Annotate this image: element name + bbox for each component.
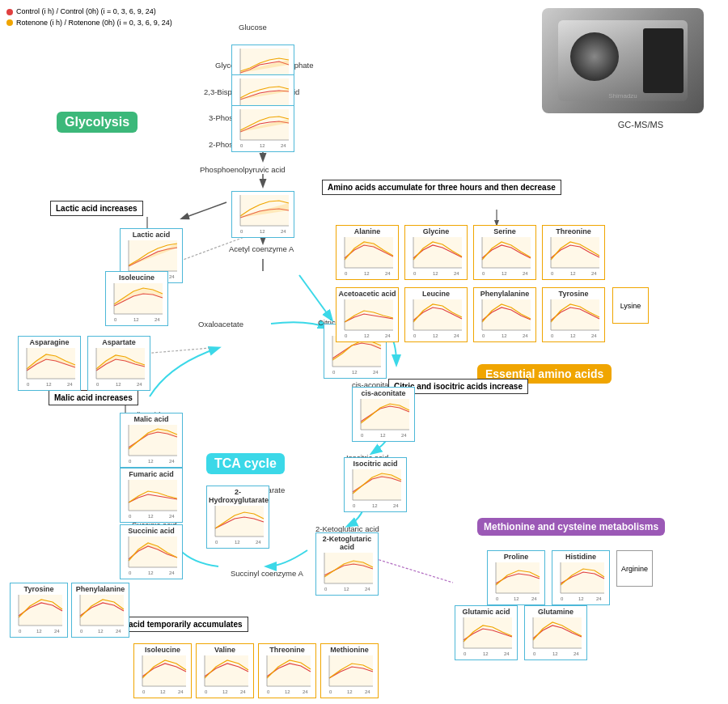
svg-rect-94 — [324, 553, 373, 583]
svg-text:12: 12 — [570, 333, 576, 338]
svg-line-6 — [182, 202, 226, 218]
chart-hydroxyglutarate: 2-Hydroxyglutarate 0 12 24 — [206, 486, 269, 549]
annotation-lactic-acid: Lactic acid increases — [50, 201, 143, 216]
isoleucine-bottom-title: Isoleucine — [136, 646, 189, 654]
svg-text:12: 12 — [347, 689, 353, 694]
lysine-box: Lysine — [612, 287, 649, 324]
acetyl-coa-label: Acetyl coenzyme A — [229, 244, 294, 253]
svg-text:24: 24 — [365, 587, 370, 592]
svg-text:12: 12 — [364, 333, 370, 338]
svg-text:24: 24 — [591, 333, 597, 338]
threonine-bottom-title: Threonine — [260, 646, 314, 654]
asparagine-title: Asparagine — [20, 338, 78, 346]
chart-isoleucine-bottom: Isoleucine 0 12 24 — [133, 643, 192, 698]
aspartate-title: Aspartate — [90, 338, 148, 346]
svg-text:0: 0 — [345, 333, 348, 338]
svg-rect-52 — [114, 283, 163, 314]
svg-rect-182 — [80, 595, 124, 626]
chart-isoleucine-top: Isoleucine 0 12 24 — [105, 271, 168, 326]
svg-rect-188 — [142, 655, 186, 686]
svg-text:24: 24 — [574, 651, 579, 656]
svg-text:0: 0 — [114, 317, 117, 322]
svg-text:12: 12 — [36, 629, 42, 634]
svg-text:0: 0 — [496, 596, 499, 601]
chart-threonine-top: Threonine 0 12 24 — [542, 225, 605, 280]
svg-text:0: 0 — [551, 333, 554, 338]
svg-text:24: 24 — [67, 382, 73, 387]
chart-cis-aconitate: cis-aconitate 0 12 24 — [352, 387, 415, 442]
svg-text:0: 0 — [533, 651, 536, 656]
lactic-acid-title: Lactic acid — [122, 231, 180, 239]
svg-text:0: 0 — [361, 433, 364, 438]
gcmsms-label: GC-MS/MS — [618, 120, 663, 129]
chart-glutamic-acid: Glutamic acid 0 12 24 — [455, 605, 518, 660]
tyrosine-top-title: Tyrosine — [544, 290, 603, 298]
glutamine-title: Glutamine — [527, 608, 585, 616]
chart-methionine: Methionine 0 12 24 — [320, 643, 379, 698]
svg-text:12: 12 — [364, 271, 370, 276]
svg-text:0: 0 — [482, 333, 485, 338]
svg-text:12: 12 — [222, 689, 228, 694]
svg-text:24: 24 — [178, 689, 184, 694]
svg-text:24: 24 — [169, 274, 175, 279]
chart-isocitric: Isocitric acid 0 12 24 — [344, 457, 407, 512]
svg-text:24: 24 — [154, 317, 160, 322]
svg-text:12: 12 — [344, 587, 349, 592]
chart-phenylalanine-top: Phenylalanine 0 12 24 — [473, 287, 536, 342]
svg-text:24: 24 — [454, 271, 459, 276]
svg-text:12: 12 — [514, 596, 519, 601]
svg-text:0: 0 — [129, 514, 132, 519]
phosphoenolpyruvic-label: Phosphoenolpyruvic acid — [200, 165, 286, 174]
histidine-title: Histidine — [554, 553, 607, 561]
svg-text:12: 12 — [372, 503, 378, 508]
svg-text:0: 0 — [332, 370, 336, 375]
chart-alanine: Alanine 0 12 24 — [336, 225, 399, 280]
svg-text:0: 0 — [19, 629, 22, 634]
svg-text:12: 12 — [380, 433, 386, 438]
chart-acetoacetic: Acetoacetic acid 0 12 24 — [336, 287, 399, 342]
svg-text:24: 24 — [240, 689, 246, 694]
svg-rect-200 — [267, 655, 311, 686]
svg-text:12: 12 — [46, 382, 52, 387]
chart-glutamine: Glutamine 0 12 24 — [524, 605, 587, 660]
svg-text:24: 24 — [169, 514, 175, 519]
svg-text:0: 0 — [240, 229, 243, 234]
svg-text:0: 0 — [482, 271, 485, 276]
chart-fumaric: Fumaric acid 0 12 24 — [120, 468, 183, 523]
phenylalanine-top-title: Phenylalanine — [476, 290, 534, 298]
alanine-title: Alanine — [338, 227, 396, 235]
cis-aconitate-title: cis-aconitate — [354, 389, 413, 397]
svg-text:0: 0 — [413, 271, 417, 276]
succinic-title: Succinic acid — [122, 527, 180, 535]
svg-text:24: 24 — [454, 333, 459, 338]
svg-text:0: 0 — [353, 503, 356, 508]
tyrosine-bottom-title: Tyrosine — [12, 585, 66, 593]
svg-text:0: 0 — [96, 382, 99, 387]
svg-text:24: 24 — [393, 503, 399, 508]
svg-rect-194 — [205, 655, 248, 686]
rotenone-legend-label: Rotenone (i h) / Rotenone (0h) (i = 0, 3… — [16, 18, 172, 29]
chart-glycine: Glycine 0 12 24 — [404, 225, 468, 280]
threonine-top-title: Threonine — [544, 227, 603, 235]
svg-text:24: 24 — [531, 596, 537, 601]
svg-rect-212 — [496, 562, 540, 593]
tca-cycle-label: TCA cycle — [206, 453, 285, 474]
svg-text:0: 0 — [463, 651, 467, 656]
svg-rect-80 — [361, 399, 409, 430]
chart-3phosphoglyceric: 0 12 24 — [231, 105, 294, 152]
rotenone-legend-dot — [6, 19, 13, 26]
succinyl-coa-label: Succinyl coenzyme A — [231, 569, 303, 578]
svg-text:24: 24 — [401, 433, 407, 438]
svg-text:12: 12 — [578, 596, 584, 601]
svg-text:24: 24 — [591, 271, 597, 276]
svg-text:12: 12 — [285, 689, 290, 694]
chart-serine: Serine 0 12 24 — [473, 225, 536, 280]
svg-text:12: 12 — [433, 271, 438, 276]
chart-asparagine: Asparagine 0 12 24 — [18, 336, 81, 391]
svg-rect-114 — [129, 425, 177, 456]
valine-title: Valine — [198, 646, 252, 654]
oxaloacetate-label: Oxaloacetate — [198, 320, 243, 329]
svg-text:12: 12 — [570, 271, 576, 276]
chart-histidine: Histidine 0 12 24 — [552, 550, 610, 605]
svg-text:24: 24 — [504, 651, 510, 656]
